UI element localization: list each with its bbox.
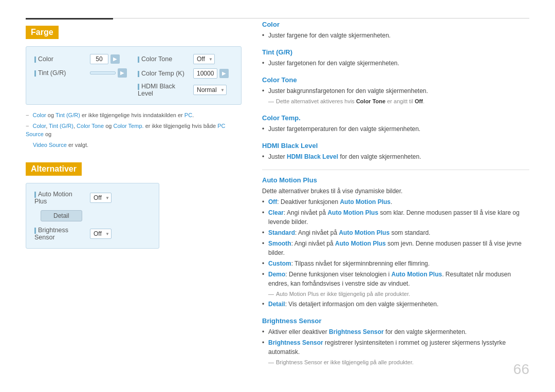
brightness-select[interactable]: Off: [90, 229, 112, 239]
auto-motion-select-wrapper[interactable]: Off: [90, 193, 112, 203]
right-color-temp-section: Color Temp. Juster fargetemperaturen for…: [262, 114, 529, 134]
right-color-section: Color Juster fargene for den valgte skje…: [262, 21, 529, 40]
right-amp-bullet-smooth: Smooth: Angi nivået på Auto Motion Plus …: [262, 239, 529, 257]
farge-left-col: Color 50 ▶ Tint (G/R): [34, 54, 130, 97]
right-color-tone-note: —Dette alternativet aktiveres hvis Color…: [268, 97, 529, 106]
alt-settings-box: Auto Motion Plus Off Detail Brightness S…: [26, 183, 159, 249]
right-amp-note: —Auto Motion Plus er ikke tilgjengelig p…: [268, 290, 529, 298]
farge-note-2: − Color, Tint (G/R), Color Tone og Color…: [26, 122, 242, 139]
color-arrow-btn[interactable]: ▶: [110, 54, 120, 64]
right-color-temp-bullet: Juster fargetemperaturen for den valgte …: [262, 124, 529, 134]
hdmi-black-label: HDMI Black Level: [138, 83, 189, 97]
tint-arrow-btn[interactable]: ▶: [118, 68, 127, 78]
color-temp-value-group: 10000 ▶: [193, 68, 229, 79]
right-color-tone-heading: Color Tone: [262, 76, 529, 84]
farge-note-3: Video Source er valgt.: [26, 141, 242, 150]
auto-motion-label: Auto Motion Plus: [34, 191, 86, 205]
hdmi-black-row: HDMI Black Level Normal: [138, 83, 233, 97]
right-amp-intro: Dette alternativer brukes til å vise dyn…: [262, 186, 529, 196]
right-color-heading: Color: [262, 21, 529, 28]
right-brightness-bullet-1: Aktiver eller deaktiver Brightness Senso…: [262, 327, 529, 337]
color-temp-label: Color Temp (K): [138, 70, 189, 77]
right-amp-heading: Auto Motion Plus: [262, 176, 529, 184]
right-hdmi-section: HDMI Black Level Juster HDMI Black Level…: [262, 142, 529, 161]
detail-button[interactable]: Detail: [41, 210, 82, 221]
farge-section: Farge Color 50 ▶: [26, 21, 242, 149]
auto-motion-row: Auto Motion Plus Off: [34, 191, 151, 205]
color-value: 50: [90, 54, 108, 64]
color-tone-select[interactable]: Off: [193, 54, 215, 64]
tint-label: Tint (G/R): [34, 69, 86, 77]
right-brightness-bullet-2: Brightness Sensor registrerer lysintensi…: [262, 338, 529, 357]
color-temp-row: Color Temp (K) 10000 ▶: [138, 68, 233, 79]
right-divider: [262, 170, 529, 170]
color-temp-value: 10000: [193, 68, 217, 79]
farge-settings-box: Color 50 ▶ Tint (G/R): [26, 46, 242, 105]
right-amp-bullet-clear: Clear: Angi nivået på Auto Motion Plus s…: [262, 208, 529, 227]
page-number: 66: [513, 361, 529, 378]
right-amp-bullet-detail: Detail: Vis detaljert informasjon om den…: [262, 300, 529, 309]
farge-heading: Farge: [26, 26, 59, 39]
tint-value: [90, 71, 116, 74]
alternativer-section: Alternativer Auto Motion Plus Off Detail: [26, 157, 242, 249]
farge-right-col: Color Tone Off Color Temp (K): [138, 54, 233, 97]
color-tone-row: Color Tone Off: [138, 54, 233, 64]
right-amp-section: Auto Motion Plus Dette alternativer bruk…: [262, 176, 529, 309]
right-tint-heading: Tint (G/R): [262, 48, 529, 56]
right-color-tone-bullet: Juster bakgrunnsfargetonen for den valgt…: [262, 86, 529, 96]
color-value-group: 50 ▶: [90, 54, 120, 64]
right-hdmi-bullet: Juster HDMI Black Level for den valgte s…: [262, 152, 529, 161]
auto-motion-select[interactable]: Off: [90, 193, 112, 203]
top-rule-accent: [26, 18, 113, 20]
right-amp-bullet-off: Off: Deaktiver funksjonen Auto Motion Pl…: [262, 197, 529, 207]
tint-value-group: ▶: [90, 68, 127, 78]
right-brightness-section: Brightness Sensor Aktiver eller deaktive…: [262, 317, 529, 367]
brightness-row: Brightness Sensor Off: [34, 227, 151, 241]
farge-notes: − Color og Tint (G/R) er ikke tilgjengel…: [26, 111, 242, 149]
right-color-temp-heading: Color Temp.: [262, 114, 529, 122]
brightness-label: Brightness Sensor: [34, 227, 86, 241]
left-column: Farge Color 50 ▶: [26, 21, 242, 371]
right-tint-section: Tint (G/R) Juster fargetonen for den val…: [262, 48, 529, 68]
color-tone-select-wrapper[interactable]: Off: [193, 54, 215, 64]
alternativer-heading: Alternativer: [26, 162, 82, 176]
right-brightness-heading: Brightness Sensor: [262, 317, 529, 325]
right-amp-bullet-standard: Standard: Angi nivået på Auto Motion Plu…: [262, 228, 529, 237]
right-amp-bullet-custom: Custom: Tilpass nivået for skjerminnbren…: [262, 259, 529, 268]
color-tone-label: Color Tone: [138, 55, 189, 63]
tint-row: Tint (G/R) ▶: [34, 68, 130, 78]
right-color-tone-section: Color Tone Juster bakgrunnsfargetonen fo…: [262, 76, 529, 106]
color-row: Color 50 ▶: [34, 54, 130, 64]
color-temp-arrow-btn[interactable]: ▶: [219, 69, 229, 78]
hdmi-black-select-wrapper[interactable]: Normal: [193, 85, 227, 95]
farge-note-1: − Color og Tint (G/R) er ikke tilgjengel…: [26, 111, 242, 120]
hdmi-black-select[interactable]: Normal: [193, 85, 227, 95]
right-column: Color Juster fargene for den valgte skje…: [262, 21, 529, 371]
color-label: Color: [34, 55, 86, 63]
right-color-bullet: Juster fargene for den valgte skjermenhe…: [262, 31, 529, 40]
right-amp-bullet-demo: Demo: Denne funksjonen viser teknologien…: [262, 270, 529, 288]
right-tint-bullet: Juster fargetonen for den valgte skjerme…: [262, 59, 529, 68]
right-brightness-note: —Brightness Sensor er ikke tilgjengelig …: [268, 358, 529, 367]
brightness-select-wrapper[interactable]: Off: [90, 229, 112, 239]
right-hdmi-heading: HDMI Black Level: [262, 142, 529, 150]
